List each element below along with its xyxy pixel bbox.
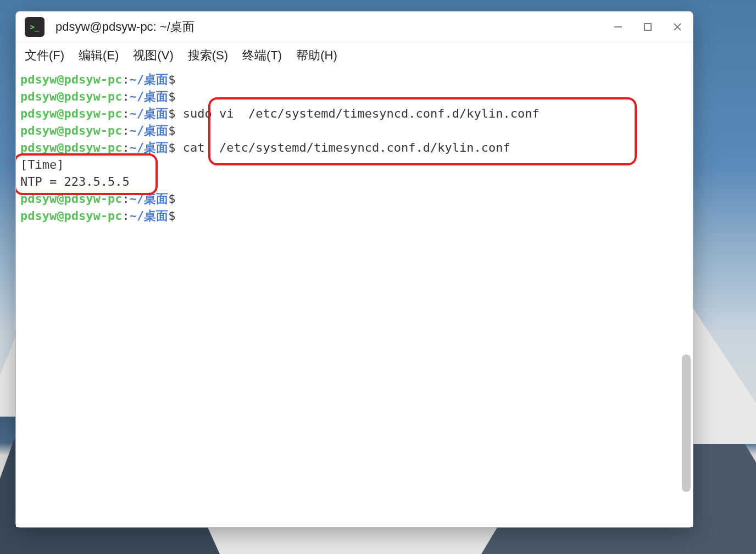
command-cat: cat /etc/systemd/timesyncd.conf.d/kylin.… [175, 141, 510, 154]
menu-terminal[interactable]: 终端(T) [241, 45, 283, 66]
prompt-user-host: pdsyw@pdsyw-pc [20, 107, 122, 120]
prompt-user-host: pdsyw@pdsyw-pc [20, 90, 122, 103]
prompt-colon: : [122, 90, 129, 103]
prompt-colon: : [122, 73, 129, 86]
prompt-user-host: pdsyw@pdsyw-pc [20, 124, 122, 137]
scrollbar-thumb[interactable] [682, 354, 691, 492]
prompt-user-host: pdsyw@pdsyw-pc [20, 209, 122, 223]
terminal-body[interactable]: pdsyw@pdsyw-pc:~/桌面$ pdsyw@pdsyw-pc:~/桌面… [16, 69, 693, 527]
prompt-colon: : [122, 209, 129, 223]
prompt-path: ~/桌面 [130, 107, 169, 120]
menu-search[interactable]: 搜索(S) [187, 45, 229, 66]
prompt-symbol: $ [168, 90, 175, 103]
minimize-button[interactable] [612, 20, 625, 34]
prompt-path: ~/桌面 [130, 192, 169, 206]
output-time-section: [Time] [20, 158, 64, 171]
prompt-user-host: pdsyw@pdsyw-pc [20, 192, 122, 206]
prompt-symbol: $ [168, 124, 175, 137]
prompt-colon: : [122, 107, 129, 120]
prompt-colon: : [122, 192, 129, 206]
prompt-symbol: $ [168, 73, 175, 86]
terminal-line: pdsyw@pdsyw-pc:~/桌面$ cat /etc/systemd/ti… [20, 139, 688, 156]
prompt-path: ~/桌面 [130, 90, 169, 103]
command-sudo-vi: sudo vi /etc/systemd/timesyncd.conf.d/ky… [175, 107, 539, 120]
prompt-symbol: $ [168, 141, 175, 154]
menu-edit[interactable]: 编辑(E) [77, 45, 120, 66]
terminal-app-icon: >_ [25, 17, 45, 37]
prompt-path: ~/桌面 [130, 141, 169, 154]
close-button[interactable] [671, 20, 684, 34]
menu-bar: 文件(F) 编辑(E) 视图(V) 搜索(S) 终端(T) 帮助(H) [16, 42, 693, 69]
prompt-colon: : [122, 124, 129, 137]
terminal-output-line: [Time] [20, 156, 688, 173]
window-controls [612, 20, 684, 34]
terminal-line: pdsyw@pdsyw-pc:~/桌面$ sudo vi /etc/system… [20, 105, 688, 122]
window-titlebar[interactable]: >_ pdsyw@pdsyw-pc: ~/桌面 [16, 12, 693, 42]
menu-file[interactable]: 文件(F) [24, 45, 65, 66]
window-title: pdsyw@pdsyw-pc: ~/桌面 [55, 19, 612, 35]
terminal-line: pdsyw@pdsyw-pc:~/桌面$ [20, 207, 688, 224]
prompt-user-host: pdsyw@pdsyw-pc [20, 73, 122, 86]
terminal-line: pdsyw@pdsyw-pc:~/桌面$ [20, 88, 688, 105]
terminal-window: >_ pdsyw@pdsyw-pc: ~/桌面 文件(F) 编辑(E) 视图(V… [15, 11, 693, 528]
menu-help[interactable]: 帮助(H) [295, 45, 338, 66]
prompt-path: ~/桌面 [130, 73, 169, 86]
maximize-button[interactable] [641, 20, 654, 34]
prompt-path: ~/桌面 [130, 124, 169, 137]
prompt-symbol: $ [168, 107, 175, 120]
prompt-path: ~/桌面 [130, 209, 169, 223]
prompt-colon: : [122, 141, 129, 154]
menu-view[interactable]: 视图(V) [132, 45, 174, 66]
output-ntp-value: NTP = 223.5.5.5 [20, 175, 130, 189]
prompt-symbol: $ [168, 209, 175, 223]
terminal-line: pdsyw@pdsyw-pc:~/桌面$ [20, 122, 688, 139]
prompt-user-host: pdsyw@pdsyw-pc [20, 141, 122, 154]
svg-rect-1 [644, 24, 651, 30]
terminal-output-line: NTP = 223.5.5.5 [20, 173, 688, 190]
terminal-line: pdsyw@pdsyw-pc:~/桌面$ [20, 71, 688, 88]
terminal-icon-glyph: >_ [30, 23, 40, 31]
terminal-line: pdsyw@pdsyw-pc:~/桌面$ [20, 190, 688, 207]
prompt-symbol: $ [168, 192, 175, 206]
